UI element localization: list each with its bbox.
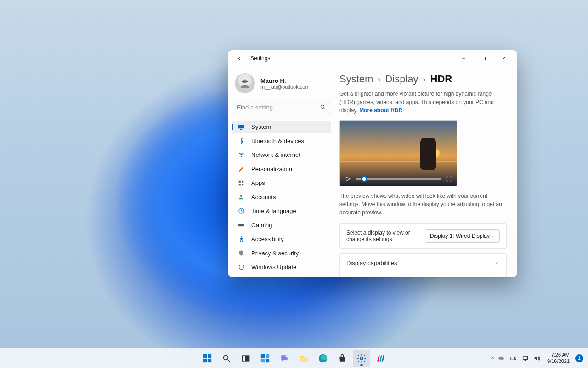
svg-rect-28 <box>261 358 265 362</box>
sidebar-item-gaming[interactable]: Gaming <box>232 218 331 231</box>
sidebar-item-update[interactable]: Windows Update <box>232 261 331 274</box>
svg-point-8 <box>241 156 242 157</box>
widgets-button[interactable] <box>256 350 274 367</box>
maximize-button[interactable] <box>474 52 494 65</box>
sidebar-item-label: Apps <box>251 179 265 186</box>
select-display-card: Select a display to view or change its s… <box>339 223 507 249</box>
file-explorer-button[interactable] <box>295 350 312 367</box>
search-input[interactable] <box>237 104 320 111</box>
sidebar-item-label: Accounts <box>251 194 276 201</box>
svg-rect-29 <box>266 358 269 362</box>
store-button[interactable] <box>334 350 351 367</box>
chat-button[interactable] <box>276 350 293 367</box>
close-button[interactable] <box>494 52 514 65</box>
svg-rect-10 <box>242 181 243 183</box>
meet-now-icon[interactable] <box>510 355 517 362</box>
svg-rect-20 <box>203 358 207 362</box>
svg-rect-26 <box>261 354 265 357</box>
network-icon[interactable] <box>522 355 529 362</box>
sidebar-item-label: Accessibility <box>251 236 284 242</box>
fullscreen-icon[interactable] <box>446 176 452 182</box>
sidebar-item-accessibility[interactable]: Accessibility <box>232 233 331 246</box>
minimize-button[interactable] <box>453 52 474 65</box>
svg-point-16 <box>241 236 242 238</box>
search-icon <box>320 104 326 110</box>
clock-date: 9/16/2021 <box>547 358 570 364</box>
sidebar-item-time[interactable]: Time & language <box>232 205 331 218</box>
svg-point-22 <box>223 355 228 360</box>
sidebar-item-personalization[interactable]: Personalization <box>232 162 331 175</box>
sidebar-item-label: Time & language <box>251 207 296 214</box>
search-box[interactable] <box>233 101 330 114</box>
clock[interactable]: 7:26 AM 9/16/2021 <box>547 352 570 364</box>
sidebar-item-label: Network & internet <box>251 151 300 158</box>
sidebar-item-label: System <box>251 123 271 130</box>
crumb-system[interactable]: System <box>339 73 373 85</box>
accessibility-icon <box>237 236 245 243</box>
search-button[interactable] <box>218 350 235 367</box>
hdr-preview <box>339 120 457 186</box>
dropdown-value: Display 1: Wired Display <box>430 233 490 239</box>
apps-icon <box>237 179 245 187</box>
back-button[interactable] <box>234 53 245 64</box>
taskbar: 7:26 AM 9/16/2021 1 <box>0 348 588 368</box>
svg-point-33 <box>360 357 363 360</box>
svg-rect-31 <box>300 357 308 361</box>
account-row[interactable]: Mauro H. m__lab@outlook.com <box>232 70 331 100</box>
bluetooth-icon <box>237 137 245 144</box>
crumb-display[interactable]: Display <box>385 73 418 85</box>
svg-rect-19 <box>208 354 211 357</box>
content-pane: System › Display › HDR Get a brighter an… <box>335 67 517 277</box>
notification-badge[interactable]: 1 <box>575 354 583 362</box>
hdr-description: Get a brighter and more vibrant picture … <box>339 90 507 115</box>
svg-point-13 <box>240 195 243 197</box>
sidebar-item-system[interactable]: System <box>232 121 331 133</box>
start-button[interactable] <box>198 350 216 367</box>
display-capabilities-expander[interactable]: Display capabilities <box>339 253 507 272</box>
sidebar-item-label: Gaming <box>251 222 272 229</box>
system-tray: 7:26 AM 9/16/2021 1 <box>490 352 588 364</box>
slider-thumb[interactable] <box>361 176 368 182</box>
monitor-icon <box>237 123 245 131</box>
edge-button[interactable] <box>314 350 332 367</box>
volume-icon[interactable] <box>533 355 541 362</box>
sidebar-item-bluetooth[interactable]: Bluetooth & devices <box>232 134 331 147</box>
avatar <box>235 73 255 93</box>
svg-point-4 <box>321 105 324 109</box>
sidebar-item-privacy[interactable]: Privacy & security <box>232 247 331 259</box>
chevron-right-icon: › <box>423 75 426 84</box>
sidebar-item-network[interactable]: Network & internet <box>232 149 331 161</box>
sidebar-item-apps[interactable]: Apps <box>232 177 331 190</box>
clock-time: 7:26 AM <box>547 352 570 358</box>
person-icon <box>237 193 245 201</box>
select-display-label: Select a display to view or change its s… <box>346 230 418 242</box>
svg-rect-11 <box>239 184 241 185</box>
svg-line-5 <box>324 108 325 109</box>
more-about-hdr-link[interactable]: More about HDR <box>359 107 402 114</box>
settings-button[interactable] <box>353 350 370 367</box>
svg-rect-34 <box>511 356 514 360</box>
brush-icon <box>237 165 245 172</box>
app-button[interactable] <box>372 350 390 367</box>
preview-slider[interactable] <box>356 178 441 180</box>
svg-rect-18 <box>203 354 207 357</box>
task-view-button[interactable] <box>237 350 254 367</box>
preview-controls <box>340 172 457 186</box>
svg-rect-27 <box>266 354 269 357</box>
svg-rect-15 <box>238 224 244 227</box>
play-icon[interactable] <box>345 176 351 182</box>
sidebar-item-label: Windows Update <box>251 264 296 270</box>
svg-point-30 <box>286 355 288 357</box>
gamepad-icon <box>237 221 245 229</box>
tray-chevron-icon[interactable] <box>490 356 495 361</box>
display-dropdown[interactable]: Display 1: Wired Display <box>425 229 500 243</box>
sidebar-item-label: Privacy & security <box>251 250 299 257</box>
svg-rect-35 <box>523 356 528 360</box>
account-email: m__lab@outlook.com <box>260 84 310 90</box>
sidebar-item-accounts[interactable]: Accounts <box>232 190 331 203</box>
svg-rect-21 <box>208 358 211 362</box>
capability-value: Not supported <box>442 276 476 277</box>
sidebar-item-label: Bluetooth & devices <box>251 138 304 144</box>
onedrive-icon[interactable] <box>498 355 505 362</box>
window-title: Settings <box>250 55 270 62</box>
